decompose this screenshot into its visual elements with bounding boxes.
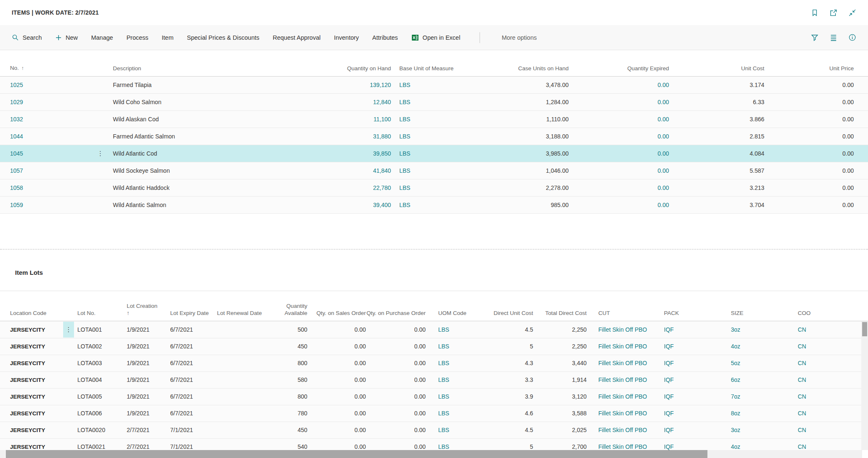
base-uom-link[interactable]: LBS [399, 184, 410, 191]
qty-on-hand-link[interactable]: 22,780 [373, 184, 391, 191]
lot-cut-link[interactable]: Fillet Skin Off PBO [598, 326, 647, 333]
item-no-link[interactable]: 1044 [10, 133, 23, 140]
col-header-qty-expired[interactable]: Quantity Expired [569, 50, 669, 76]
lot-cut-link[interactable]: Fillet Skin Off PBO [598, 343, 647, 350]
lot-coo-link[interactable]: CN [798, 326, 806, 333]
lot-size-link[interactable]: 4oz [731, 443, 740, 450]
lot-pack-link[interactable]: IQF [664, 393, 674, 400]
col-header-qty-sales[interactable]: Qty. on Sales Order [307, 291, 366, 321]
lot-pack-link[interactable]: IQF [664, 343, 674, 350]
base-uom-link[interactable]: LBS [399, 133, 410, 140]
lot-uom-link[interactable]: LBS [438, 343, 449, 350]
lot-size-link[interactable]: 3oz [731, 427, 740, 433]
lot-uom-link[interactable]: LBS [438, 376, 449, 383]
qty-expired-link[interactable]: 0.00 [658, 82, 669, 88]
item-row[interactable]: 1032 Wild Alaskan Cod 11,100 LBS 1,110.0… [0, 110, 868, 128]
item-no-link[interactable]: 1032 [10, 116, 23, 123]
toolbar-menu-item[interactable]: Request Approval [273, 34, 320, 41]
qty-expired-link[interactable]: 0.00 [658, 202, 669, 208]
lot-uom-link[interactable]: LBS [438, 360, 449, 366]
search-button[interactable]: Search [12, 34, 42, 41]
toolbar-menu-item[interactable]: Inventory [334, 34, 359, 41]
lot-coo-link[interactable]: CN [798, 410, 806, 417]
col-header-base-uom[interactable]: Base Unit of Measure [391, 50, 487, 76]
base-uom-link[interactable]: LBS [399, 150, 410, 157]
col-header-no[interactable]: No.↑ [0, 50, 88, 76]
lot-size-link[interactable]: 3oz [731, 326, 740, 333]
lot-coo-link[interactable]: CN [798, 360, 806, 366]
bookmark-icon[interactable] [811, 9, 819, 17]
item-row[interactable]: 1025 Farmed Tilapia 139,120 LBS 3,478.00… [0, 76, 868, 93]
filter-icon[interactable] [811, 33, 819, 41]
open-in-excel-button[interactable]: Open in Excel [411, 34, 460, 41]
item-row[interactable]: 1059 Wild Atlantic Salmon 39,400 LBS 985… [0, 196, 868, 213]
lot-row[interactable]: JERSEYCITY LOTA005 1/9/2021 6/7/2021 800… [0, 388, 868, 405]
lot-uom-link[interactable]: LBS [438, 393, 449, 400]
qty-on-hand-link[interactable]: 11,100 [373, 116, 391, 123]
lot-coo-link[interactable]: CN [798, 343, 806, 350]
col-header-cut[interactable]: CUT [587, 291, 664, 321]
qty-on-hand-link[interactable]: 139,120 [370, 82, 391, 88]
item-no-link[interactable]: 1029 [10, 99, 23, 105]
toolbar-menu-item[interactable]: Attributes [372, 34, 398, 41]
lot-size-link[interactable]: 7oz [731, 393, 740, 400]
col-header-size[interactable]: SIZE [731, 291, 798, 321]
qty-on-hand-link[interactable]: 39,850 [373, 150, 391, 157]
lot-uom-link[interactable]: LBS [438, 410, 449, 417]
lot-row[interactable]: JERSEYCITY LOTA0020 2/7/2021 7/1/2021 45… [0, 422, 868, 438]
base-uom-link[interactable]: LBS [399, 202, 410, 208]
horizontal-scrollbar[interactable] [0, 450, 862, 458]
lot-row[interactable]: JERSEYCITY LOTA004 1/9/2021 6/7/2021 580… [0, 371, 868, 388]
col-header-lot-renewal[interactable]: Lot Renewal Date [217, 291, 267, 321]
lot-row[interactable]: JERSEYCITY LOTA006 1/9/2021 6/7/2021 780… [0, 405, 868, 422]
vertical-scrollbar-thumb[interactable] [862, 322, 867, 336]
item-row[interactable]: 1057 Wild Sockeye Salmon 41,840 LBS 1,04… [0, 162, 868, 179]
base-uom-link[interactable]: LBS [399, 82, 410, 88]
lot-coo-link[interactable]: CN [798, 376, 806, 383]
item-row[interactable]: 1058 Wild Atlantic Haddock 22,780 LBS 2,… [0, 179, 868, 196]
lot-coo-link[interactable]: CN [798, 393, 806, 400]
toolbar-menu-item[interactable]: Manage [91, 34, 113, 41]
more-options-button[interactable]: More options [502, 34, 537, 41]
item-no-link[interactable]: 1059 [10, 202, 23, 208]
item-row[interactable]: 1044 Farmed Atlantic Salmon 31,880 LBS 3… [0, 128, 868, 145]
lot-cut-link[interactable]: Fillet Skin Off PBO [598, 410, 647, 417]
lot-uom-link[interactable]: LBS [438, 427, 449, 433]
item-row[interactable]: 1045 Wild Atlantic Cod 39,850 LBS 3,985.… [0, 145, 868, 162]
col-header-coo[interactable]: COO [798, 291, 868, 321]
row-menu-icon[interactable] [95, 146, 106, 161]
col-header-unit-cost[interactable]: Unit Cost [669, 50, 764, 76]
lot-size-link[interactable]: 5oz [731, 360, 740, 366]
lot-cut-link[interactable]: Fillet Skin Off PBO [598, 376, 647, 383]
lot-row[interactable]: JERSEYCITY LOTA0021 2/7/2021 7/1/2021 54… [0, 438, 868, 450]
item-no-link[interactable]: 1045 [10, 150, 23, 157]
col-header-description[interactable]: Description [113, 50, 337, 76]
base-uom-link[interactable]: LBS [399, 167, 410, 174]
col-header-lot-creation[interactable]: Lot Creation↑ [127, 291, 170, 321]
lot-cut-link[interactable]: Fillet Skin Off PBO [598, 443, 647, 450]
horizontal-scrollbar-thumb[interactable] [6, 450, 707, 458]
col-header-qty-on-hand[interactable]: Quantity on Hand [337, 50, 391, 76]
base-uom-link[interactable]: LBS [399, 99, 410, 105]
qty-expired-link[interactable]: 0.00 [658, 184, 669, 191]
col-header-qty-purchase[interactable]: Qty. on Purchase Order [366, 291, 426, 321]
lot-size-link[interactable]: 4oz [731, 343, 740, 350]
row-menu-icon[interactable] [63, 322, 74, 338]
lot-cut-link[interactable]: Fillet Skin Off PBO [598, 427, 647, 433]
qty-expired-link[interactable]: 0.00 [658, 99, 669, 105]
lot-pack-link[interactable]: IQF [664, 443, 674, 450]
lot-pack-link[interactable]: IQF [664, 376, 674, 383]
item-no-link[interactable]: 1057 [10, 167, 23, 174]
lot-pack-link[interactable]: IQF [664, 360, 674, 366]
new-button[interactable]: New [55, 34, 78, 41]
list-view-icon[interactable] [830, 33, 837, 41]
vertical-scrollbar[interactable] [861, 321, 868, 450]
qty-on-hand-link[interactable]: 31,880 [373, 133, 391, 140]
qty-expired-link[interactable]: 0.00 [658, 150, 669, 157]
lot-size-link[interactable]: 8oz [731, 410, 740, 417]
col-header-total-direct-cost[interactable]: Total Direct Cost [533, 291, 587, 321]
col-header-case-units[interactable]: Case Units on Hand [487, 50, 569, 76]
toolbar-menu-item[interactable]: Special Prices & Discounts [187, 34, 259, 41]
col-header-lot-expiry[interactable]: Lot Expiry Date [170, 291, 217, 321]
lot-coo-link[interactable]: CN [798, 443, 806, 450]
